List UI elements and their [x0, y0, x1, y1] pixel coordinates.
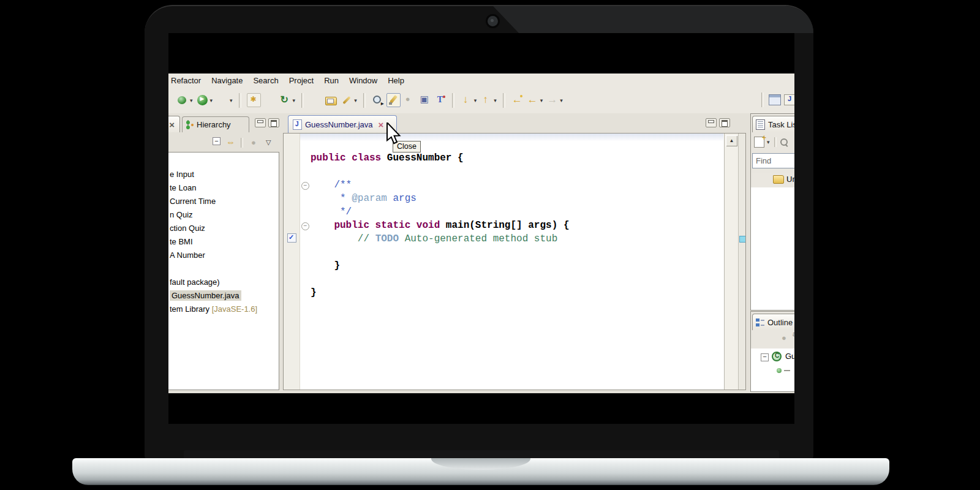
close-tab-icon[interactable] [169, 120, 175, 129]
tab-hierarchy[interactable]: Hierarchy [182, 116, 249, 132]
wand-icon[interactable] [340, 94, 353, 107]
outline-icon [756, 318, 764, 327]
dropdown-arrow-icon[interactable] [210, 97, 213, 104]
java-perspective-icon[interactable] [784, 94, 794, 105]
fold-collapse-icon[interactable] [301, 222, 309, 230]
toolbar-separator [363, 93, 366, 108]
close-tab-icon[interactable] [379, 120, 384, 129]
dim-dot-icon[interactable] [403, 94, 416, 107]
toolbar-separator [239, 93, 241, 108]
outline-class-node[interactable]: Gu [785, 352, 794, 361]
new-wizard-icon[interactable] [247, 93, 261, 107]
code-line: } [311, 259, 715, 273]
menu-search[interactable]: Search [253, 76, 278, 85]
open-type-grid-icon[interactable] [263, 94, 276, 107]
whitespace-icon[interactable] [434, 94, 447, 107]
dropdown-arrow-icon[interactable] [560, 97, 563, 104]
last-edit-location-icon[interactable] [511, 94, 524, 107]
tree-item[interactable]: GuessNumber.java [168, 289, 279, 303]
new-task-icon[interactable] [754, 137, 764, 148]
menu-refactor[interactable]: Refactor [171, 76, 201, 85]
mark-occurrences-icon[interactable] [386, 93, 401, 107]
mouse-cursor-icon [386, 123, 402, 147]
expander-minus-icon[interactable] [761, 353, 769, 361]
editor-scrollbar[interactable]: ▲ [724, 134, 739, 390]
toolbar-separator [241, 138, 243, 148]
link-with-editor-icon[interactable] [226, 137, 236, 148]
sort-icon[interactable] [793, 333, 794, 342]
panel-window-buttons [255, 118, 279, 127]
task-category-row[interactable]: Un [751, 173, 794, 187]
dropdown-arrow-icon[interactable] [494, 97, 497, 104]
tree-item[interactable]: te BMI [168, 235, 279, 249]
open-project-folder-icon[interactable] [309, 94, 322, 107]
minimize-icon[interactable] [255, 118, 266, 127]
search-icon[interactable] [371, 94, 384, 107]
open-perspective-icon[interactable] [769, 94, 781, 105]
next-annotation-icon[interactable] [460, 94, 473, 107]
minimize-icon[interactable] [706, 118, 717, 127]
laptop-screen: RefactorNavigateSearchProjectRunWindowHe… [168, 33, 794, 424]
find-box [752, 153, 794, 168]
editor-tab-label: GuessNumber.java [305, 120, 373, 129]
previous-annotation-icon[interactable] [480, 94, 492, 107]
back-icon[interactable] [526, 94, 539, 107]
import-folder-icon[interactable] [325, 94, 337, 107]
maximize-icon[interactable] [719, 118, 730, 127]
bezel-highlight [493, 6, 813, 33]
tree-item[interactable]: tem Library [JavaSE-1.6] [168, 303, 279, 316]
refresh-icon[interactable] [279, 94, 292, 107]
code-line: /** [311, 178, 715, 192]
dropdown-arrow-icon[interactable] [540, 97, 543, 104]
scroll-up-icon[interactable]: ▲ [726, 135, 737, 146]
code-line [311, 246, 715, 259]
annotation-marker[interactable] [739, 236, 746, 243]
debug-icon[interactable] [176, 94, 189, 107]
menu-window[interactable]: Window [349, 76, 377, 85]
tree-item[interactable]: Current Time [168, 195, 279, 208]
code-line: } [311, 286, 715, 300]
code-area[interactable]: public class GuessNumber { /** * @param … [311, 134, 715, 300]
forward-icon[interactable] [546, 94, 559, 107]
tab-package-explorer-partial[interactable] [168, 116, 180, 132]
dropdown-arrow-icon[interactable] [293, 97, 296, 104]
menu-navigate[interactable]: Navigate [211, 76, 243, 85]
tab-guessnumber-java[interactable]: GuessNumber.java [288, 115, 397, 133]
view-menu-icon[interactable] [265, 137, 275, 148]
tree-item[interactable]: te Loan [168, 181, 279, 195]
outline-method-node[interactable] [784, 370, 790, 371]
dropdown-arrow-icon[interactable] [474, 97, 477, 104]
overview-ruler[interactable] [738, 134, 746, 390]
tab-task-list[interactable]: Task List [752, 116, 794, 132]
tree-item[interactable]: e Input [168, 168, 279, 181]
code-line: */ [311, 205, 715, 219]
find-small-icon[interactable] [779, 137, 790, 148]
workbench: Hierarchy e Inputte LoanCurrent Timen Qu… [168, 113, 794, 393]
dropdown-arrow-icon[interactable] [767, 139, 770, 145]
menu-project[interactable]: Project [289, 76, 314, 85]
tree-item[interactable]: ction Quiz [168, 222, 279, 235]
collapse-all-icon[interactable] [211, 137, 222, 148]
fold-collapse-icon[interactable] [301, 182, 309, 190]
dropdown-arrow-icon[interactable] [190, 97, 193, 104]
tree-item[interactable]: A Number [168, 249, 279, 262]
dropdown-arrow-icon[interactable] [230, 97, 233, 104]
dim-dot-icon[interactable] [249, 137, 259, 148]
task-list-panel: Task List Un [750, 113, 794, 311]
menu-help[interactable]: Help [388, 76, 404, 85]
tree-item[interactable]: n Quiz [168, 208, 279, 222]
tree-item[interactable]: fault package) [168, 276, 279, 289]
maximize-icon[interactable] [268, 118, 279, 127]
dim-dot-icon[interactable] [779, 333, 789, 342]
find-input[interactable] [753, 154, 794, 168]
code-line: public static void main(String[] args) { [311, 219, 715, 232]
run-icon[interactable] [196, 94, 209, 107]
code-line [311, 273, 715, 286]
task-list-content [751, 187, 794, 311]
code-line: // TODO Auto-generated method stub [311, 232, 715, 246]
run-external-tools-icon[interactable] [216, 94, 228, 107]
menu-run[interactable]: Run [324, 76, 339, 85]
tab-outline[interactable]: Outline [752, 314, 794, 330]
dropdown-arrow-icon[interactable] [354, 97, 357, 104]
editor-frame-icon[interactable] [418, 94, 431, 107]
